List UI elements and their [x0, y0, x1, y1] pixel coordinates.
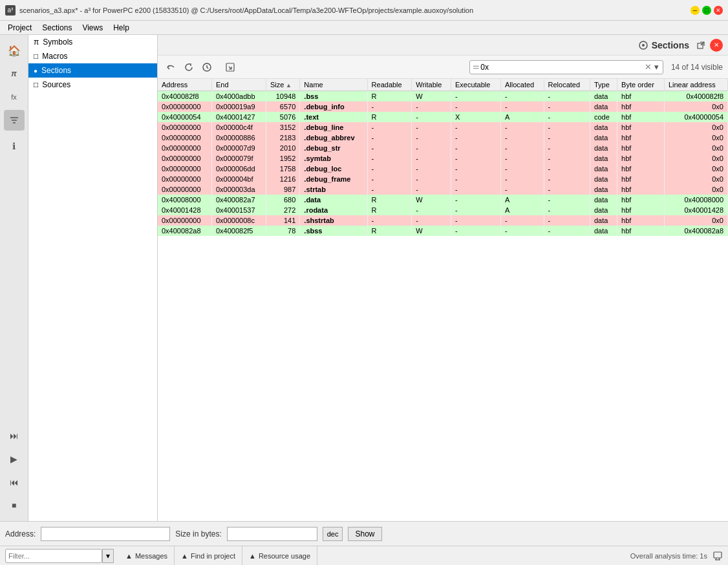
col-readable[interactable]: Readable	[367, 79, 412, 91]
table-row[interactable]: 0x400082f80x4000adbb10948.bssRW---datahb…	[158, 91, 728, 102]
table-cell: -	[544, 101, 590, 112]
table-row[interactable]: 0x000000000x000019a96570.debug_info-----…	[158, 101, 728, 112]
table-cell: -	[500, 143, 544, 153]
col-byteorder[interactable]: Byte order	[617, 79, 665, 91]
fx-icon-button[interactable]: fx	[4, 87, 25, 107]
maximize-button[interactable]: □	[702, 6, 711, 15]
sections-table[interactable]: Address End Size Name Readable Writable …	[158, 79, 728, 521]
table-row[interactable]: 0x400082a80x400082f578.sbssRW---datahbf0…	[158, 226, 728, 236]
table-row[interactable]: 0x000000000x000003da987.strtab-----datah…	[158, 184, 728, 195]
stop-button[interactable]: ■	[4, 495, 25, 516]
table-cell: -	[367, 122, 412, 133]
table-cell: 2010	[266, 143, 300, 153]
tree-item-sections[interactable]: ● Sections	[28, 63, 157, 78]
menu-sections[interactable]: Sections	[37, 22, 77, 34]
minimize-button[interactable]: ─	[691, 6, 700, 15]
col-relocated[interactable]: Relocated	[544, 79, 590, 91]
menu-project[interactable]: Project	[3, 22, 37, 34]
fast-rewind-button[interactable]: ⏮	[4, 472, 25, 493]
col-executable[interactable]: Executable	[451, 79, 500, 91]
resource-usage-tab[interactable]: ▲ Resource usage	[242, 546, 317, 565]
table-cell: 0x00000000	[158, 122, 211, 133]
col-allocated[interactable]: Allocated	[500, 79, 544, 91]
table-cell: 0x0000008c	[211, 215, 266, 226]
table-cell: -	[451, 184, 500, 195]
table-cell: R	[367, 112, 412, 122]
filter-input[interactable]	[480, 63, 643, 72]
app-icon: a³	[5, 5, 16, 16]
home-icon-button[interactable]: 🏠	[4, 40, 25, 61]
tree-item-sources[interactable]: □ Sources	[28, 78, 157, 92]
panel-popout-button[interactable]	[694, 39, 707, 52]
table-cell: 0x0	[664, 184, 727, 195]
panel-close-button[interactable]: ✕	[710, 39, 723, 52]
table-cell: -	[412, 122, 451, 133]
fast-forward-button[interactable]: ⏭	[4, 425, 25, 446]
col-type[interactable]: Type	[590, 79, 617, 91]
info-icon-button[interactable]: ℹ	[4, 136, 25, 156]
play-button[interactable]: ▶	[4, 449, 25, 469]
table-cell: 0x0	[664, 101, 727, 112]
table-row[interactable]: 0x000000000x000008862183.debug_abbrev---…	[158, 133, 728, 143]
table-cell: 272	[266, 205, 300, 215]
menu-help[interactable]: Help	[108, 22, 134, 34]
col-end[interactable]: End	[211, 79, 266, 91]
show-button[interactable]: Show	[348, 527, 381, 541]
table-cell: -	[367, 133, 412, 143]
address-input[interactable]	[41, 527, 170, 541]
menubar: Project Sections Views Help	[0, 21, 728, 35]
table-cell: 0x000006dd	[211, 164, 266, 174]
table-cell: -	[412, 215, 451, 226]
table-cell: -	[367, 215, 412, 226]
filter-dropdown-button[interactable]: ▾	[653, 62, 660, 72]
messages-tab[interactable]: ▲ Messages	[119, 546, 175, 565]
col-name[interactable]: Name	[300, 79, 367, 91]
address-label: Address:	[5, 529, 36, 538]
panel-title: Sections	[652, 40, 689, 50]
window-title: scenarios_a3.apx* - a³ for PowerPC e200 …	[19, 6, 691, 14]
bottom-filter-dropdown[interactable]: ▾	[102, 549, 114, 563]
popout-icon	[696, 41, 705, 50]
toolbar-clock-button[interactable]	[199, 59, 215, 75]
table-cell: -	[412, 112, 451, 122]
table-row[interactable]: 0x400014280x40001537272.rodataR--A-datah…	[158, 205, 728, 215]
table-row[interactable]: 0x000000000x000007d92010.debug_str-----d…	[158, 143, 728, 153]
dec-button[interactable]: dec	[323, 527, 343, 541]
filter-clear-button[interactable]: ✕	[643, 62, 653, 72]
size-input[interactable]	[227, 527, 317, 541]
table-cell: .debug_str	[300, 143, 367, 153]
filter-icon-button[interactable]	[4, 110, 25, 131]
close-button[interactable]: ✕	[714, 6, 723, 15]
table-cell: -	[451, 133, 500, 143]
toolbar-refresh-back-button[interactable]	[163, 59, 178, 75]
table-row[interactable]: 0x000000000x0000008c141.shstrtab-----dat…	[158, 215, 728, 226]
table-row[interactable]: 0x400080000x400082a7680.dataRW-A-datahbf…	[158, 195, 728, 205]
table-cell: R	[367, 91, 412, 102]
table-row[interactable]: 0x000000000x000006dd1758.debug_loc-----d…	[158, 164, 728, 174]
table-row[interactable]: 0x000000000x00000c4f3152.debug_line-----…	[158, 122, 728, 133]
find-in-project-tab[interactable]: ▲ Find in project	[175, 546, 242, 565]
col-linear[interactable]: Linear address	[664, 79, 727, 91]
bottom-filter-input[interactable]	[8, 552, 99, 560]
analysis-time: Overall analysis time: 1s	[630, 552, 707, 560]
tree-item-macros[interactable]: □ Macros	[28, 49, 157, 63]
table-cell: -	[451, 205, 500, 215]
col-writable[interactable]: Writable	[412, 79, 451, 91]
symbols-icon-button[interactable]: π	[4, 63, 25, 84]
symbols-tree-icon: π	[34, 37, 39, 47]
table-row[interactable]: 0x000000000x0000079f1952.symtab-----data…	[158, 153, 728, 164]
table-cell: -	[367, 143, 412, 153]
menu-views[interactable]: Views	[77, 22, 108, 34]
toolbar-refresh-button[interactable]	[181, 59, 197, 75]
table-cell: R	[367, 195, 412, 205]
table-cell: hbf	[617, 226, 665, 236]
table-cell: -	[544, 91, 590, 102]
table-cell: -	[451, 91, 500, 102]
table-row[interactable]: 0x400000540x400014275076.textR-XA-codehb…	[158, 112, 728, 122]
table-row[interactable]: 0x000000000x000004bf1216.debug_frame----…	[158, 174, 728, 184]
toolbar-export-button[interactable]	[222, 59, 238, 75]
col-address[interactable]: Address	[158, 79, 211, 91]
tree-item-symbols[interactable]: π Symbols	[28, 35, 157, 49]
table-cell: .debug_frame	[300, 174, 367, 184]
col-size[interactable]: Size	[266, 79, 300, 91]
